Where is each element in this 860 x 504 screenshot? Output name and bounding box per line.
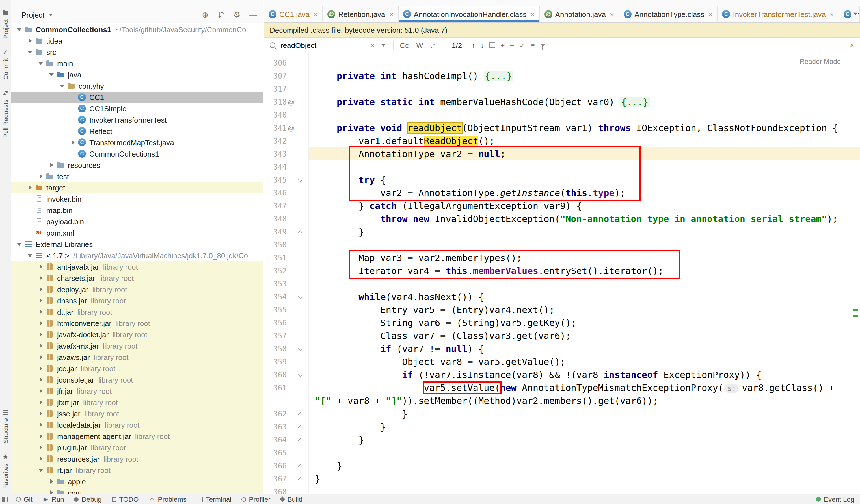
fold-marker[interactable]: [296, 425, 305, 429]
line-number[interactable]: 356: [264, 319, 287, 327]
chevron-down-icon[interactable]: [59, 85, 66, 87]
chevron-right-icon[interactable]: [37, 310, 44, 314]
chevron-right-icon[interactable]: [37, 411, 44, 416]
tree-row[interactable]: deploy.jarlibrary root: [11, 284, 263, 295]
tree-row[interactable]: invoker.bin: [11, 193, 263, 205]
tree-row[interactable]: test: [11, 171, 263, 182]
tree-row[interactable]: pom.xml: [11, 227, 263, 238]
line-number[interactable]: 367: [264, 475, 287, 483]
code-line[interactable]: 365: [264, 446, 860, 459]
code-line[interactable]: 356 String var6 = (String)var5.getKey();: [264, 316, 860, 329]
tree-row[interactable]: main: [11, 58, 263, 69]
chevron-down-icon[interactable]: [37, 62, 44, 65]
status-bar-item-git[interactable]: Git: [16, 495, 32, 503]
whole-words-toggle[interactable]: W: [415, 41, 424, 49]
chevron-right-icon[interactable]: [37, 434, 44, 439]
activity-bar-item-structure[interactable]: Structure: [2, 409, 9, 443]
editor-tab[interactable]: CCC1.java×: [264, 6, 323, 22]
line-number[interactable]: 347: [264, 202, 287, 210]
line-number[interactable]: 344: [264, 163, 287, 171]
tree-row[interactable]: InvokerTransformerTest: [11, 114, 263, 125]
fold-marker[interactable]: [296, 412, 305, 416]
chevron-right-icon[interactable]: [27, 185, 33, 190]
code-line[interactable]: 363 }: [264, 420, 860, 433]
code-line[interactable]: 362 }: [264, 407, 860, 420]
tree-row[interactable]: dnsns.jarlibrary root: [11, 295, 263, 306]
line-number[interactable]: 340: [264, 111, 287, 119]
tree-row[interactable]: payload.bin: [11, 216, 263, 227]
status-bar-item-terminal[interactable]: Terminal: [197, 495, 231, 503]
chevron-right-icon[interactable]: [37, 355, 44, 359]
fold-marker[interactable]: [296, 438, 305, 442]
code-line[interactable]: 349 }: [264, 225, 860, 238]
code-line[interactable]: 360 if (!var7.isInstance(var8) && !(var8…: [264, 368, 860, 381]
line-number[interactable]: 348: [264, 215, 287, 223]
line-number[interactable]: 366: [264, 462, 287, 470]
line-number[interactable]: 343: [264, 150, 287, 158]
chevron-right-icon[interactable]: [70, 140, 76, 145]
fold-marker[interactable]: [296, 230, 305, 234]
clear-search-icon[interactable]: ×: [370, 41, 375, 50]
tree-row[interactable]: resources.jarlibrary root: [11, 453, 263, 464]
chevron-right-icon[interactable]: [37, 264, 44, 269]
status-bar-item-profiler[interactable]: Profiler: [241, 495, 270, 503]
status-bar-item-todo[interactable]: TODO: [112, 495, 139, 503]
fold-marker[interactable]: [296, 296, 305, 298]
status-bar-item-event-log[interactable]: Event Log: [816, 495, 854, 503]
editor-tab[interactable]: CInvokerTransformerTest.java×: [717, 6, 839, 22]
tree-row[interactable]: dt.jarlibrary root: [11, 306, 263, 317]
line-number[interactable]: 353: [264, 280, 287, 288]
chevron-right-icon[interactable]: [37, 445, 44, 450]
fold-marker[interactable]: [296, 348, 305, 350]
tool-window-switcher-icon[interactable]: [2, 496, 8, 502]
tree-row[interactable]: jsse.jarlibrary root: [11, 408, 263, 419]
chevron-right-icon[interactable]: [37, 377, 44, 382]
line-number[interactable]: 365: [264, 449, 287, 457]
reader-mode-toggle[interactable]: Reader Mode: [800, 58, 841, 65]
close-tab-icon[interactable]: ×: [610, 10, 614, 18]
line-number[interactable]: 345: [264, 176, 287, 184]
line-number[interactable]: 359: [264, 358, 287, 366]
code-line[interactable]: 345 try {: [264, 174, 860, 187]
code-line[interactable]: 357 Class var7 = (Class)var3.get(var6);: [264, 329, 860, 342]
chevron-right-icon[interactable]: [37, 366, 44, 371]
tree-row[interactable]: com: [11, 487, 263, 494]
close-tab-icon[interactable]: ×: [389, 10, 393, 18]
tree-row[interactable]: CC1Simple: [11, 103, 263, 114]
line-number[interactable]: 357: [264, 332, 287, 340]
chevron-right-icon[interactable]: [37, 400, 44, 404]
tree-row[interactable]: javafx-doclet.jarlibrary root: [11, 329, 263, 340]
line-number[interactable]: 368: [264, 488, 287, 494]
line-number[interactable]: 346: [264, 189, 287, 197]
close-tab-icon[interactable]: ×: [531, 10, 535, 18]
code-line[interactable]: 348 throw new InvalidObjectException("No…: [264, 212, 860, 225]
line-number[interactable]: 318: [264, 98, 287, 106]
tree-row[interactable]: jconsole.jarlibrary root: [11, 374, 263, 385]
tree-row[interactable]: apple: [11, 476, 263, 487]
line-number[interactable]: 361: [264, 384, 287, 392]
line-number[interactable]: 363: [264, 423, 287, 431]
code-line[interactable]: 366 }: [264, 459, 860, 472]
fold-marker[interactable]: [296, 477, 305, 481]
chevron-down-icon[interactable]: [16, 243, 23, 246]
code-line[interactable]: 343 AnnotationType var2 = null;: [264, 147, 860, 161]
line-number[interactable]: 362: [264, 410, 287, 418]
tree-row[interactable]: resources: [11, 159, 263, 171]
line-number[interactable]: 364: [264, 436, 287, 444]
tree-row[interactable]: rt.jarlibrary root: [11, 464, 263, 476]
fold-marker[interactable]: [296, 179, 305, 181]
line-number[interactable]: 349: [264, 228, 287, 236]
line-number[interactable]: 317: [264, 85, 287, 93]
settings-gear-icon[interactable]: ⚙: [233, 10, 240, 19]
line-number[interactable]: 354: [264, 293, 287, 301]
editor-tab[interactable]: @Retention.java×: [323, 6, 398, 22]
chevron-down-icon[interactable]: [37, 469, 44, 472]
tree-row[interactable]: CC1: [11, 91, 263, 103]
code-line[interactable]: 358 if (var7 != null) {: [264, 342, 860, 355]
editor-tab[interactable]: @Annotation.java×: [540, 6, 619, 22]
code-line[interactable]: 341@ private void readObject(ObjectInput…: [264, 121, 860, 134]
tree-row[interactable]: .idea: [11, 35, 263, 46]
line-number[interactable]: 360: [264, 371, 287, 379]
close-tab-icon[interactable]: ×: [708, 10, 713, 18]
line-number[interactable]: 342: [264, 137, 287, 145]
